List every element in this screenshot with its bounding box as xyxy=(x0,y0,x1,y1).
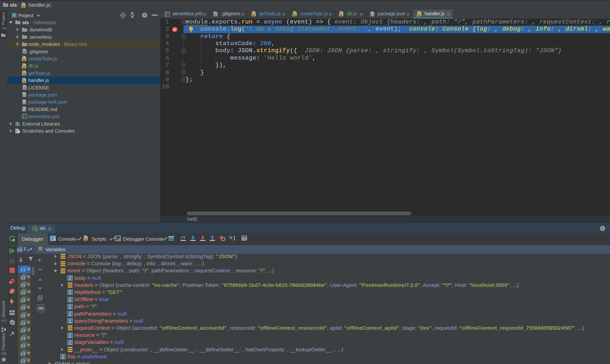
svg-text:01: 01 xyxy=(69,342,71,345)
svg-text:JS: JS xyxy=(84,238,87,241)
svg-text:JS: JS xyxy=(33,227,36,230)
svg-text:01: 01 xyxy=(69,299,71,302)
svg-text:JS: JS xyxy=(22,5,25,8)
svg-text:JS: JS xyxy=(293,14,296,17)
svg-text:JS: JS xyxy=(252,14,255,17)
svg-text:01: 01 xyxy=(69,335,71,338)
svg-text:JS: JS xyxy=(339,14,342,17)
svg-text:01: 01 xyxy=(69,292,71,295)
svg-text:JS: JS xyxy=(22,59,25,62)
svg-text:01: 01 xyxy=(69,278,71,280)
svg-text:JS: JS xyxy=(417,14,420,17)
svg-text:MD: MD xyxy=(22,110,26,112)
svg-text:01: 01 xyxy=(69,314,71,316)
svg-text:JS: JS xyxy=(22,73,25,76)
svg-text:01: 01 xyxy=(69,307,71,309)
svg-text:JS: JS xyxy=(22,66,25,69)
svg-text:01: 01 xyxy=(62,357,64,359)
svg-text:JS: JS xyxy=(22,80,25,83)
svg-text:01: 01 xyxy=(69,321,71,323)
